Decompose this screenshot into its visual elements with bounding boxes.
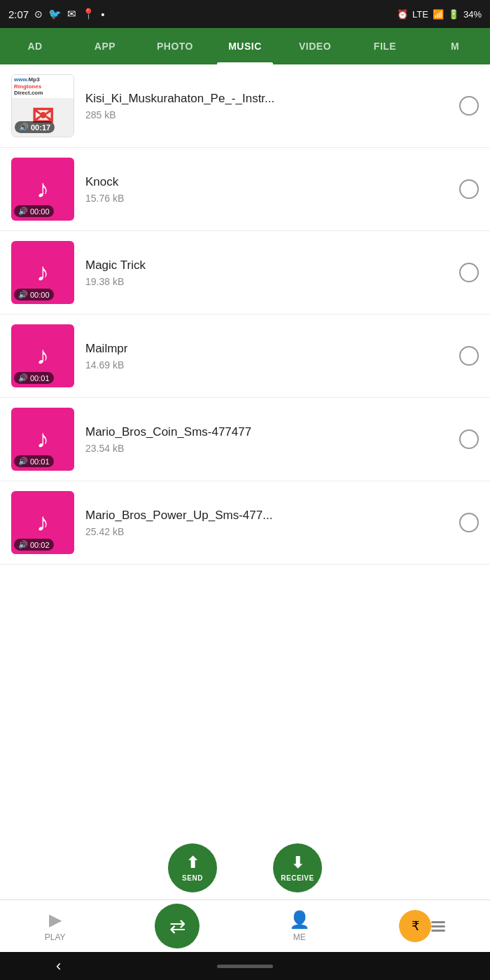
nav-me[interactable]: 👤 ME <box>289 910 310 942</box>
file-thumbnail: ♪ 🔊00:01 <box>11 408 74 471</box>
receive-button[interactable]: ⬇ RECEIVE <box>273 843 322 892</box>
coin-icon: ₹ <box>412 918 419 934</box>
music-note-icon: ♪ <box>36 177 49 202</box>
list-item[interactable]: ♪ 🔊00:00 Knock 15.76 kB <box>0 148 490 231</box>
send-icon: ⬆ <box>186 854 200 872</box>
file-info: Knock 15.76 kB <box>85 175 448 204</box>
duration-badge: 🔊00:00 <box>14 205 54 217</box>
file-size: 285 kB <box>85 109 448 120</box>
gesture-bar: ‹ <box>0 952 490 980</box>
coin-button[interactable]: ₹ <box>399 910 431 942</box>
duration-badge: 🔊00:00 <box>14 289 54 301</box>
music-note-icon: ♪ <box>36 427 49 452</box>
mail-icon: ✉ <box>67 8 76 20</box>
file-size: 15.76 kB <box>85 193 448 204</box>
status-bar: 2:07 ⊙ 🐦 ✉ 📍 • ⏰ LTE 📶 🔋 34% <box>0 0 490 28</box>
tab-file[interactable]: FILE <box>350 28 420 64</box>
file-info: Kisi_Ki_Muskurahaton_Pe_-_Instr... 285 k… <box>85 92 448 120</box>
file-info: Magic Trick 19.38 kB <box>85 258 448 287</box>
receive-label: RECEIVE <box>281 874 314 882</box>
battery-label: 34% <box>463 9 482 20</box>
tab-ad[interactable]: AD <box>0 28 70 64</box>
alarm-icon: ⏰ <box>397 9 408 20</box>
tab-app[interactable]: APP <box>70 28 140 64</box>
file-select-radio[interactable] <box>459 429 479 449</box>
file-info: Mario_Bros_Coin_Sms-477477 23.54 kB <box>85 425 448 454</box>
duration-badge: 🔊00:17 <box>15 121 55 133</box>
status-left: 2:07 ⊙ 🐦 ✉ 📍 • <box>8 8 104 20</box>
dot-icon: • <box>101 8 104 20</box>
bottom-nav: ▶ PLAY ⇄ 👤 ME ₹ <box>0 899 490 952</box>
nav-tabs: AD APP PHOTO MUSIC VIDEO FILE M <box>0 28 490 64</box>
file-thumbnail: ♪ 🔊00:00 <box>11 158 74 221</box>
duration-badge: 🔊00:02 <box>14 539 54 551</box>
file-thumbnail: ♪ 🔊00:01 <box>11 324 74 387</box>
file-name: Knock <box>85 175 448 189</box>
list-item[interactable]: ♪ 🔊00:00 Magic Trick 19.38 kB <box>0 231 490 315</box>
list-item[interactable]: ♪ 🔊00:01 Mario_Bros_Coin_Sms-477477 23.5… <box>0 398 490 481</box>
maps-icon: 📍 <box>82 8 95 20</box>
transfer-icon: ⇄ <box>169 915 186 938</box>
tab-video[interactable]: VIDEO <box>280 28 350 64</box>
send-label: SEND <box>182 874 203 882</box>
file-select-radio[interactable] <box>459 263 479 282</box>
list-item[interactable]: ♪ 🔊00:01 Mailmpr 14.69 kB <box>0 315 490 398</box>
status-right: ⏰ LTE 📶 🔋 34% <box>397 9 482 20</box>
me-label: ME <box>293 932 306 942</box>
file-list: www.Mp3 Ringtones Direct.com ✉ 🔊00:17 Ki… <box>0 64 490 899</box>
file-size: 14.69 kB <box>85 359 448 371</box>
file-name: Kisi_Ki_Muskurahaton_Pe_-_Instr... <box>85 92 448 106</box>
play-icon: ▶ <box>49 910 62 930</box>
send-button[interactable]: ⬆ SEND <box>168 843 217 892</box>
tab-music[interactable]: MUSIC <box>210 28 280 64</box>
nav-play[interactable]: ▶ PLAY <box>45 910 66 942</box>
person-icon: 👤 <box>289 910 310 930</box>
music-note-icon: ♪ <box>36 510 49 535</box>
file-size: 25.42 kB <box>85 526 448 537</box>
file-name: Mario_Bros_Power_Up_Sms-477... <box>85 509 448 523</box>
fab-container: ⬆ SEND ⬇ RECEIVE <box>0 843 490 892</box>
tab-more[interactable]: M <box>420 28 490 64</box>
battery-icon: 🔋 <box>448 9 459 20</box>
file-select-radio[interactable] <box>459 346 479 366</box>
chrome-icon: ⊙ <box>34 8 43 20</box>
receive-icon: ⬇ <box>291 854 304 872</box>
duration-badge: 🔊00:01 <box>14 455 54 467</box>
file-size: 23.54 kB <box>85 443 448 454</box>
file-select-radio[interactable] <box>459 513 479 532</box>
file-info: Mailmpr 14.69 kB <box>85 342 448 371</box>
file-thumbnail: ♪ 🔊00:02 <box>11 491 74 554</box>
network-label: LTE <box>412 9 428 20</box>
file-thumbnail: ♪ 🔊00:00 <box>11 241 74 304</box>
file-select-radio[interactable] <box>459 179 479 199</box>
file-info: Mario_Bros_Power_Up_Sms-477... 25.42 kB <box>85 509 448 537</box>
back-button[interactable]: ‹ <box>56 957 61 975</box>
duration-badge: 🔊00:01 <box>14 372 54 384</box>
coin-area[interactable]: ₹ <box>399 910 445 942</box>
nav-transfer-button[interactable]: ⇄ <box>155 904 200 948</box>
music-note-icon: ♪ <box>36 343 49 368</box>
music-note-icon: ♪ <box>36 260 49 285</box>
signal-icon: 📶 <box>433 9 444 20</box>
menu-bars-icon[interactable] <box>431 921 445 932</box>
file-name: Mailmpr <box>85 342 448 356</box>
time: 2:07 <box>8 8 29 20</box>
gesture-pill <box>217 965 273 968</box>
file-thumbnail: www.Mp3 Ringtones Direct.com ✉ 🔊00:17 <box>11 74 74 137</box>
twitter-icon: 🐦 <box>48 8 62 20</box>
file-size: 19.38 kB <box>85 276 448 287</box>
play-label: PLAY <box>45 932 66 942</box>
list-item[interactable]: ♪ 🔊00:02 Mario_Bros_Power_Up_Sms-477... … <box>0 481 490 565</box>
list-item[interactable]: www.Mp3 Ringtones Direct.com ✉ 🔊00:17 Ki… <box>0 64 490 148</box>
file-name: Mario_Bros_Coin_Sms-477477 <box>85 425 448 439</box>
file-select-radio[interactable] <box>459 96 479 116</box>
tab-photo[interactable]: PHOTO <box>140 28 210 64</box>
file-name: Magic Trick <box>85 258 448 272</box>
